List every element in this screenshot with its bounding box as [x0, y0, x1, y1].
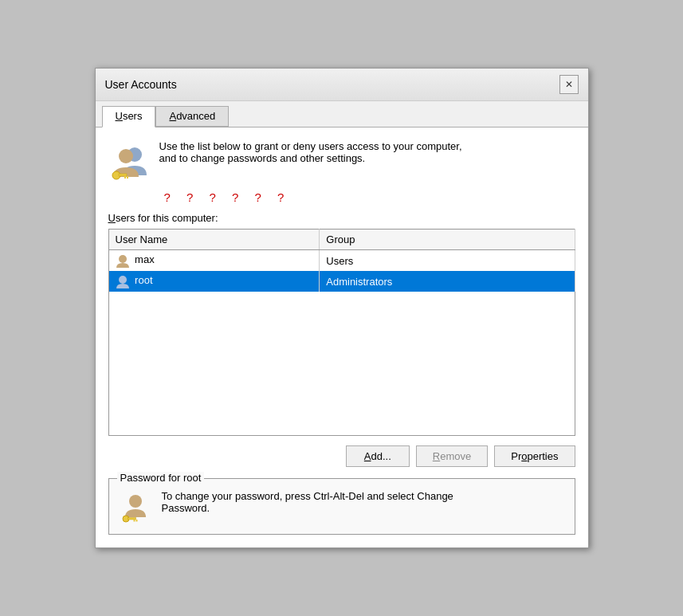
info-line1: Use the list below to grant or deny user…: [159, 140, 462, 152]
tab-advanced-label: Advanced: [169, 110, 215, 122]
close-button[interactable]: ✕: [559, 75, 579, 94]
remove-button[interactable]: Remove: [416, 445, 488, 467]
password-icon: [119, 490, 152, 526]
users-section-label: Users for this computer:: [108, 212, 575, 224]
svg-rect-10: [128, 517, 135, 520]
tab-bar: Users Advanced: [96, 101, 588, 128]
users-table: User Name Group max Users: [108, 229, 575, 436]
svg-rect-11: [133, 520, 135, 522]
svg-rect-3: [119, 174, 127, 176]
main-content: Use the list below to grant or deny user…: [96, 128, 588, 547]
label-underline-u: U: [108, 212, 116, 224]
svg-rect-5: [127, 176, 128, 179]
window-title: User Accounts: [105, 78, 177, 91]
table-body: max Users root Administrators: [108, 250, 575, 436]
add-button-label: Add...: [364, 450, 391, 462]
col-username: User Name: [108, 230, 320, 250]
svg-point-8: [129, 495, 142, 508]
remove-button-label: Remove: [433, 450, 471, 462]
info-line2: and to change passwords and other settin…: [159, 152, 462, 164]
table-filler-row: [108, 292, 575, 435]
password-text: To change your password, press Ctrl-Alt-…: [162, 490, 453, 514]
buttons-row: Add... Remove Properties: [108, 445, 575, 467]
cell-username-root: root: [108, 271, 320, 292]
add-button[interactable]: Add...: [346, 445, 410, 467]
tab-users[interactable]: Users: [102, 106, 156, 128]
user-icon-max: [116, 253, 130, 268]
svg-rect-4: [124, 176, 126, 179]
password-section-title: Password for root: [117, 472, 205, 484]
password-line2: Password.: [162, 502, 210, 514]
users-icon: [108, 140, 150, 184]
user-accounts-window: User Accounts ✕ Users Advanced: [95, 68, 589, 548]
cell-username-max: max: [108, 250, 320, 272]
properties-button[interactable]: Properties: [494, 445, 575, 467]
question-marks: ? ? ? ? ? ?: [108, 190, 575, 204]
svg-point-1: [119, 149, 133, 163]
tab-advanced[interactable]: Advanced: [155, 106, 229, 127]
user-icon-root: [116, 274, 130, 288]
table-row[interactable]: max Users: [108, 250, 575, 272]
col-group: Group: [320, 230, 575, 250]
table-row[interactable]: root Administrators: [108, 271, 575, 292]
info-section: Use the list below to grant or deny user…: [108, 140, 575, 184]
svg-point-6: [119, 255, 127, 263]
tab-users-label: Users: [116, 110, 143, 122]
info-text: Use the list below to grant or deny user…: [159, 140, 462, 164]
svg-point-7: [119, 276, 127, 284]
properties-button-label: Properties: [511, 450, 558, 462]
password-line1: To change your password, press Ctrl-Alt-…: [162, 490, 453, 502]
password-section: Password for root To change your passwor…: [108, 478, 575, 535]
cell-group-max: Users: [320, 250, 575, 272]
password-content: To change your password, press Ctrl-Alt-…: [119, 490, 565, 526]
svg-rect-12: [135, 520, 137, 522]
cell-group-root: Administrators: [320, 271, 575, 292]
title-bar: User Accounts ✕: [96, 69, 588, 101]
table-header: User Name Group: [108, 230, 575, 250]
